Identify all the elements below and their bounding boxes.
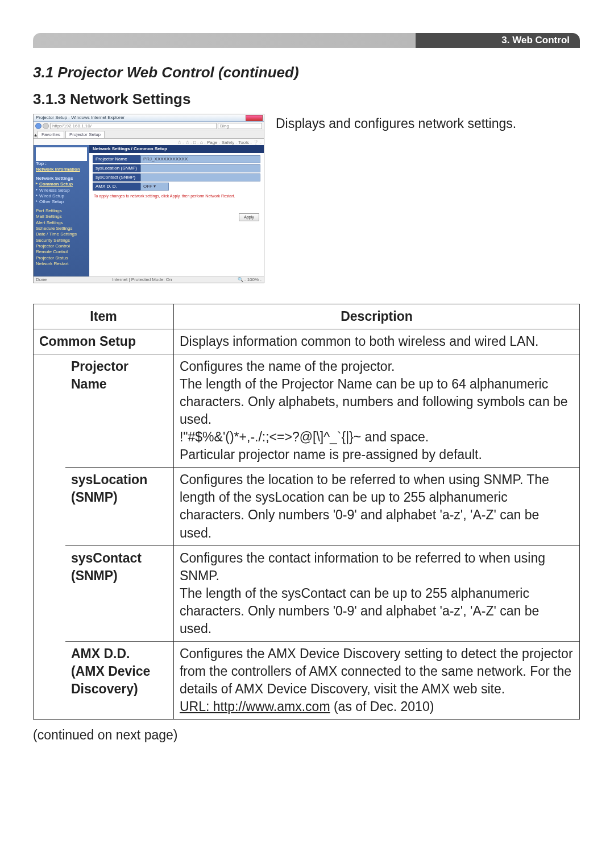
section-title: 3.1 Projector Web Control (continued) xyxy=(33,64,580,81)
browser-titlebar: Projector Setup - Windows Internet Explo… xyxy=(34,114,264,122)
table-header-item: Item xyxy=(34,304,174,329)
apply-button: Apply xyxy=(239,213,259,221)
desc-sys-location: Configures the location to be referred t… xyxy=(173,468,579,545)
search-box: Bing xyxy=(218,123,262,129)
table-header-desc: Description xyxy=(173,304,579,329)
item-sys-location: sysLocation (SNMP) xyxy=(65,468,173,545)
chapter-header-bar: 3. Web Control xyxy=(33,33,580,48)
chapter-title: 3. Web Control xyxy=(501,33,570,48)
screenshot-sidebar: Top : Network Information Network Settin… xyxy=(34,145,89,277)
table-row: Projector Name Configures the name of th… xyxy=(34,354,580,468)
browser-toolbar: http://192.168.1.10/ Bing xyxy=(34,122,264,130)
favorites-icon: ★ xyxy=(34,133,38,138)
table-row: Common Setup Displays information common… xyxy=(34,329,580,354)
browser-status-bar: Done Internet | Protected Mode: On 🔍 - 1… xyxy=(34,276,264,283)
panel-title: Network Settings / Common Setup xyxy=(89,145,264,153)
intro-text: Displays and configures network settings… xyxy=(276,115,580,133)
settings-table: Item Description Common Setup Displays i… xyxy=(33,304,580,720)
desc-common-setup: Displays information common to both wire… xyxy=(173,329,579,354)
item-common-setup: Common Setup xyxy=(34,329,174,354)
continued-note: (continued on next page) xyxy=(33,728,580,743)
table-row: sysLocation (SNMP) Configures the locati… xyxy=(34,468,580,545)
table-row: AMX D.D. (AMX Device Discovery) Configur… xyxy=(34,641,580,719)
tab-projector-setup: Projector Setup xyxy=(65,131,105,138)
back-icon xyxy=(35,123,42,129)
item-sys-contact: sysContact (SNMP) xyxy=(65,545,173,641)
tab-favorites: Favorites xyxy=(38,131,64,138)
embedded-screenshot: Projector Setup - Windows Internet Explo… xyxy=(33,114,264,283)
item-projector-name: Projector Name xyxy=(65,354,173,468)
subsection-title: 3.1.3 Network Settings xyxy=(33,90,580,108)
amx-url-link: URL: http://www.amx.com xyxy=(180,699,330,714)
desc-projector-name: Configures the name of the projector. Th… xyxy=(173,354,579,468)
screenshot-main: Network Settings / Common Setup Projecto… xyxy=(89,145,264,277)
forward-icon xyxy=(43,123,49,129)
browser-tabs: ★ Favorites Projector Setup xyxy=(34,130,264,139)
item-amx-dd: AMX D.D. (AMX Device Discovery) xyxy=(65,641,173,719)
desc-amx-dd: Configures the AMX Device Discovery sett… xyxy=(173,641,579,719)
address-bar: http://192.168.1.10/ xyxy=(50,123,217,129)
table-row: sysContact (SNMP) Configures the contact… xyxy=(34,545,580,641)
desc-sys-contact: Configures the contact information to be… xyxy=(173,545,579,641)
window-close-icon xyxy=(246,115,263,121)
